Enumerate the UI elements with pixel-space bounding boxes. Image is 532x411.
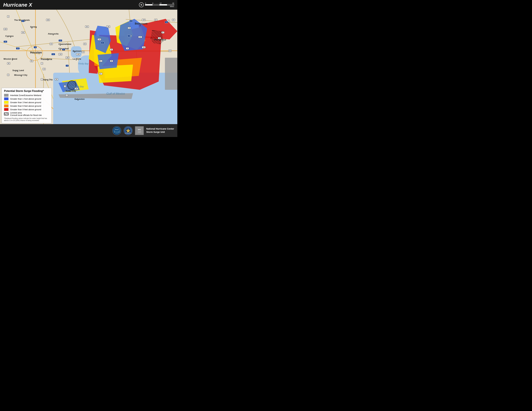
shield-87-ne: 87: [172, 19, 175, 21]
shield-290-w: 290: [4, 41, 7, 43]
top-bar: Hurricane X N 0 6 12 18 Miles: [0, 0, 177, 10]
legend-item-orange: Greater than 6 feet above ground: [4, 104, 49, 107]
svg-text:NATIONAL WEATHER SERVICE: NATIONAL WEATHER SERVICE: [125, 133, 131, 134]
compass-icon: N: [139, 2, 144, 7]
dot-houston: [39, 53, 39, 54]
legend-swatch-blue: [4, 97, 9, 100]
svg-text:NOAA: NOAA: [115, 129, 118, 130]
bottom-bar: NOAA DEPARTMENT OF COMMERCE NATIONAL WEA…: [0, 124, 177, 137]
shield-326: 326: [46, 19, 50, 21]
shield-96: 96: [55, 78, 58, 80]
shield-59-s: 59: [30, 60, 33, 62]
legend-footnote: *Displayed flooding values indicate the …: [4, 117, 49, 121]
legend-swatch-red: [4, 108, 9, 111]
shield-73-e: 73: [126, 47, 129, 49]
shield-134-s: 134: [58, 53, 62, 55]
nws-logo: NATIONAL WEATHER SERVICE: [124, 126, 133, 135]
legend-item-red: Greater than 9 feet above ground: [4, 108, 49, 111]
legend-label-gray: Intertidal Zone/Estuarine Wetland: [10, 94, 41, 97]
dot-leaguecity: [48, 80, 48, 81]
dot-texascity: [69, 91, 70, 91]
shield-73-w: 73: [110, 48, 113, 51]
dot-portarthur: [159, 40, 160, 41]
shield-61: 61: [99, 60, 102, 62]
shield-69: 69: [129, 20, 133, 22]
org-name: National Hurricane Center Storm Surge Un…: [146, 127, 174, 134]
shield-321: 321: [85, 26, 89, 28]
scale-numbers: 0 6 12 18: [145, 2, 174, 4]
shield-90-bmt: 90: [128, 27, 131, 29]
shield-45-s: 45: [66, 65, 69, 67]
legend-swatch-orange: [4, 104, 9, 107]
legend-swatch-gray: [4, 94, 9, 97]
shield-10: 10: [62, 48, 65, 51]
label-trinitybay: Trinity Bay: [78, 62, 88, 65]
map-title: Hurricane X: [3, 2, 32, 8]
shield-610: 610: [58, 39, 62, 42]
svg-text:OF COMMERCE: OF COMMERCE: [114, 132, 120, 133]
dot-pasadena: [48, 60, 48, 60]
label-houston: Houston: [30, 51, 42, 54]
dot-beaumont: [140, 25, 141, 26]
legend-swatch-levee: [4, 112, 9, 115]
shield-35-n: 35: [43, 68, 46, 70]
shield-249: 249: [4, 28, 7, 30]
legend-item-yellow: Greater than 3 feet above ground: [4, 101, 49, 104]
shield-10-e: 10: [101, 42, 104, 44]
legend-label-red: Greater than 9 feet above ground: [10, 108, 41, 111]
shield-62-n: 62: [154, 19, 157, 21]
legend-item-gray: Intertidal Zone/Estuarine Wetland: [4, 94, 49, 97]
dot-thewoodlands: [25, 21, 25, 22]
shield-12: 12: [165, 21, 168, 23]
legend-label-levee: Leveed areaConsult local officials for f…: [10, 112, 42, 116]
shield-146-n: 146: [106, 26, 110, 28]
dot-galveston: [78, 100, 78, 100]
svg-text:NHC: NHC: [138, 129, 141, 131]
flood-gray-east: [165, 58, 177, 90]
legend-box: Potential Storm Surge Flooding* Intertid…: [2, 88, 52, 123]
shield-90-pa: 90: [128, 35, 131, 37]
dot-laporte: [76, 60, 77, 60]
shield-146: 146: [76, 53, 80, 55]
label-missionbend: Mission Bend: [4, 58, 17, 60]
map-background: The Woodlands Spring Cypress Atascocita …: [0, 10, 177, 124]
shield-62-s: 62: [158, 37, 161, 39]
shield-1-league: 1: [41, 78, 43, 80]
legend-item-levee: Leveed areaConsult local officials for f…: [4, 112, 49, 116]
shield-105: 105: [142, 19, 146, 21]
map-container: The Woodlands Spring Cypress Atascocita …: [0, 10, 177, 124]
shield-87-bmt: 87: [161, 31, 164, 34]
shield-290-e: 290: [16, 47, 20, 49]
dot-cloverleaf: [60, 49, 61, 50]
label-spring: Spring: [30, 26, 37, 28]
shield-90-e: 90: [83, 43, 86, 45]
shield-347: 347: [138, 36, 142, 38]
dot-atascocita: [53, 35, 54, 35]
dot-channelview: [60, 45, 61, 46]
shield-6: 6: [66, 94, 68, 96]
shield-134: 134: [97, 38, 101, 40]
shield-261: 261: [21, 31, 25, 34]
dot-cypress: [10, 37, 11, 37]
label-cypress: Cypress: [5, 35, 14, 37]
legend-label-yellow: Greater than 3 feet above ground: [10, 101, 41, 104]
dot-missionbend: [12, 60, 13, 60]
dot-baytown: [74, 52, 75, 52]
ship-channel: [71, 46, 82, 58]
legend-swatch-yellow: [4, 101, 9, 104]
shield-6-n: 6: [7, 16, 9, 18]
shield-6-sw: 6: [7, 74, 9, 76]
dot-sugarland: [17, 71, 18, 72]
shield-225: 225: [66, 56, 69, 59]
label-sugarland: Sugar Land: [12, 69, 24, 72]
flood-blue-2: [119, 19, 147, 51]
compass-scale-group: N 0 6 12 18 Miles: [139, 2, 174, 7]
shield-124-s: 124: [142, 46, 146, 48]
legend-label-orange: Greater than 6 feet above ground: [10, 105, 41, 107]
shield-59: 59: [21, 20, 24, 22]
legend-item-blue: Greater than 1 foot above ground: [4, 97, 49, 100]
shield-65: 65: [110, 60, 113, 62]
svg-point-15: [114, 128, 120, 134]
dot-missouricity: [21, 75, 22, 76]
shield-146-gc: 146: [75, 87, 78, 90]
